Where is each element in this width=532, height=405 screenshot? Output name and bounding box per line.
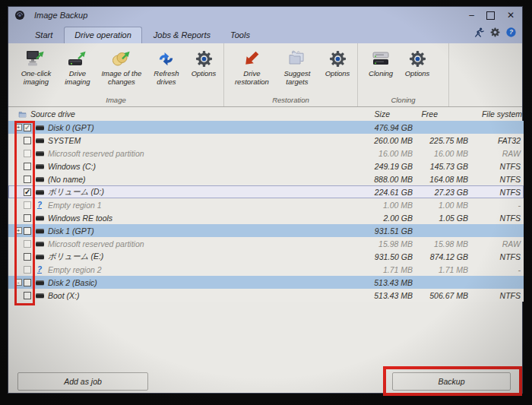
partition-row[interactable]: Windows RE tools2.00 GB1.05 GBNTFS (8, 211, 524, 224)
disk-row[interactable]: +Disk 0 (GPT)476.94 GB (8, 121, 524, 134)
one-click-imaging-button[interactable]: One-click imaging (13, 48, 59, 87)
drive-icon (34, 216, 45, 220)
column-header-file-system[interactable]: File system (468, 109, 524, 119)
partition-row[interactable]: SYSTEM260.00 MB225.75 MBFAT32 (8, 134, 524, 147)
row-size: 513.43 MB (337, 278, 413, 287)
row-checkbox[interactable] (24, 240, 31, 248)
drive-icon (34, 293, 45, 298)
row-checkbox[interactable] (24, 137, 31, 144)
suggest-targets-button[interactable]: Suggest targets (275, 48, 319, 87)
window-title: Image Backup (34, 11, 87, 20)
row-checkbox[interactable] (24, 188, 31, 196)
drive-imaging-button[interactable]: Drive imaging (59, 48, 96, 87)
row-free: 225.75 MB (413, 136, 468, 145)
close-button[interactable]: ✕ (507, 11, 515, 20)
column-header-source-drive[interactable]: Source drive (8, 109, 337, 119)
drive-icon (34, 255, 45, 259)
ribbon-group-label: Restoration (224, 96, 357, 104)
row-name: ボリューム (E:) (45, 252, 337, 262)
tab-jobs-reports[interactable]: Jobs & Reports (144, 27, 220, 43)
row-size: 1.71 MB (337, 265, 413, 274)
row-size: 249.19 GB (337, 162, 413, 171)
settings-gear-icon[interactable] (490, 27, 500, 37)
image-of-the-changes-button[interactable]: Image of the changes (96, 48, 147, 87)
row-checkbox[interactable] (24, 227, 31, 235)
partition-row[interactable]: Microsoft reserved partition15.98 MB15.9… (8, 237, 524, 250)
quick-action-runner-icon[interactable] (474, 27, 484, 37)
drive-icon (34, 280, 45, 285)
disk-row[interactable]: +Disk 1 (GPT)931.51 GB (8, 224, 524, 237)
row-checkbox[interactable] (24, 292, 31, 299)
row-free: 15.98 MB (413, 239, 468, 248)
question-icon: ? (34, 201, 45, 209)
drive-icon (34, 177, 45, 182)
ribbon-group-image: One-click imagingDrive imagingImage of t… (8, 43, 224, 106)
ribbon-group-cloning: CloningOptionsCloning (358, 43, 449, 106)
expander-toggle-icon[interactable]: + (15, 227, 22, 234)
cloning-options-button[interactable]: Options (399, 48, 435, 79)
row-checkbox[interactable] (24, 266, 31, 274)
refresh-drives-button[interactable]: Refresh drives (147, 48, 185, 87)
row-name: Empty region 2 (45, 265, 337, 274)
ribbon-button-label: Image of the changes (97, 70, 146, 86)
image-options-button[interactable]: Options (185, 48, 222, 79)
tab-start[interactable]: Start (25, 27, 62, 43)
row-name: Microsoft reserved partition (45, 149, 337, 158)
one-click-imaging-icon (26, 49, 46, 68)
row-name: Disk 2 (Basic) (45, 278, 337, 287)
ribbon-button-label: Options (192, 70, 217, 78)
question-icon: ? (34, 266, 45, 274)
partition-row[interactable]: ボリューム (D:)224.61 GB27.23 GBNTFS (8, 185, 524, 198)
row-checkbox[interactable] (24, 214, 31, 222)
tab-drive-operation[interactable]: Drive operation (64, 27, 142, 43)
disk-row[interactable]: -Disk 2 (Basic)513.43 MB (8, 276, 524, 289)
row-file-system: NTFS (468, 291, 524, 300)
row-file-system: NTFS (468, 252, 524, 261)
row-file-system: NTFS (468, 214, 524, 223)
partition-row[interactable]: Windows (C:)249.19 GB145.73 GBNTFS (8, 160, 524, 172)
expander-toggle-icon[interactable]: - (15, 279, 22, 286)
help-icon[interactable]: ? (506, 27, 516, 37)
row-file-system: - (468, 265, 524, 274)
drive-table: Source drive Size Free File system +Disk… (8, 107, 524, 302)
row-size: 513.43 MB (337, 291, 413, 300)
ribbon-button-label: Drive imaging (61, 70, 94, 86)
app-logo-icon (14, 10, 25, 21)
column-header-free[interactable]: Free (413, 109, 468, 119)
expander-toggle-icon[interactable]: + (15, 124, 22, 131)
row-checkbox[interactable] (24, 176, 31, 183)
drive-icon (34, 229, 45, 233)
partition-row[interactable]: ?Empty region 11.00 MB1.00 MB- (8, 198, 524, 211)
cloning-button[interactable]: Cloning (363, 48, 399, 79)
ribbon-button-label: Suggest targets (277, 70, 318, 86)
row-checkbox[interactable] (24, 279, 31, 286)
column-header-size[interactable]: Size (337, 109, 413, 119)
drive-icon (34, 138, 45, 143)
ribbon-group-restoration: Drive restorationSuggest targetsOptionsR… (224, 43, 358, 106)
ribbon-button-label: Cloning (369, 70, 393, 78)
cloning-icon (371, 49, 391, 68)
partition-row[interactable]: ?Empty region 21.71 MB1.71 MB- (8, 263, 524, 276)
row-free: 506.67 MB (413, 291, 468, 300)
partition-row[interactable]: (No name)888.00 MB164.08 MBNTFS (8, 172, 524, 185)
drive-restoration-button[interactable]: Drive restoration (229, 48, 275, 87)
row-checkbox[interactable] (24, 150, 31, 157)
row-free: 1.05 GB (413, 214, 468, 223)
row-checkbox[interactable] (24, 163, 31, 170)
row-size: 224.61 GB (337, 188, 413, 197)
row-free: 16.00 MB (413, 149, 468, 158)
add-as-job-button[interactable]: Add as job (17, 372, 148, 391)
backup-button[interactable]: Backup (392, 372, 511, 391)
row-checkbox[interactable] (24, 124, 31, 131)
minimize-button[interactable]: – (469, 11, 474, 20)
row-checkbox[interactable] (24, 253, 31, 261)
partition-row[interactable]: Boot (X:)513.43 MB506.67 MBNTFS (8, 289, 524, 302)
row-free: 145.73 GB (413, 162, 468, 171)
tab-tools[interactable]: Tools (220, 27, 260, 43)
maximize-button[interactable] (486, 11, 495, 20)
drive-icon (34, 125, 45, 130)
restoration-options-button[interactable]: Options (319, 48, 356, 79)
row-checkbox[interactable] (24, 201, 31, 209)
partition-row[interactable]: ボリューム (E:)931.50 GB874.12 GBNTFS (8, 250, 524, 263)
partition-row[interactable]: Microsoft reserved partition16.00 MB16.0… (8, 147, 524, 160)
